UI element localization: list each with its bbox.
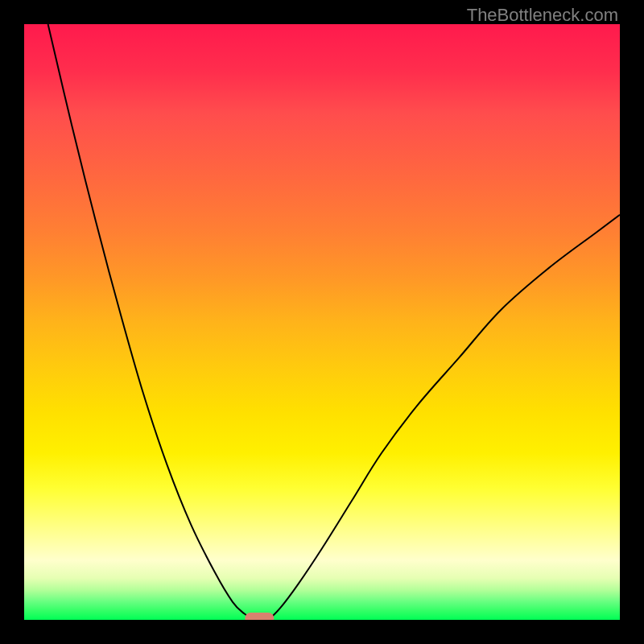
chart-area [24, 24, 620, 620]
bottleneck-marker [245, 613, 274, 620]
curve-right-curve [268, 215, 620, 620]
curves-group [48, 24, 620, 620]
curve-left-curve [48, 24, 254, 620]
chart-svg [24, 24, 620, 620]
marker-group [245, 613, 274, 620]
watermark-text: TheBottleneck.com [467, 5, 618, 26]
